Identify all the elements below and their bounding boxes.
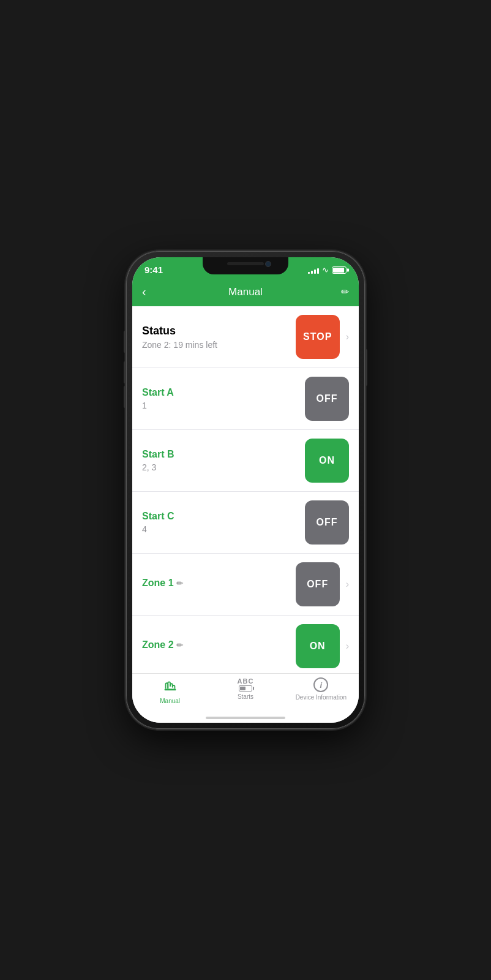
list-row-zone-1[interactable]: Zone 1✏OFF› bbox=[132, 554, 359, 616]
toggle-btn-status[interactable]: STOP bbox=[296, 315, 340, 359]
row-subtitle-start-b: 2, 3 bbox=[142, 462, 305, 472]
list-row-status[interactable]: StatusZone 2: 19 mins leftSTOP› bbox=[132, 306, 359, 368]
wifi-icon: ∿ bbox=[322, 265, 329, 274]
notch bbox=[203, 257, 288, 274]
list-section: StatusZone 2: 19 mins leftSTOP›Start A1O… bbox=[132, 306, 359, 673]
svg-rect-0 bbox=[164, 689, 176, 691]
edit-button[interactable]: ✏ bbox=[331, 286, 349, 298]
starts-icon: ABC bbox=[238, 677, 254, 692]
manual-icon bbox=[162, 677, 178, 696]
battery-fill bbox=[333, 268, 344, 273]
phone-screen: 9:41 ∿ ‹ Manual ✏ bbox=[132, 257, 359, 723]
row-title-status: Status bbox=[142, 325, 296, 337]
content-list: StatusZone 2: 19 mins leftSTOP›Start A1O… bbox=[132, 306, 359, 673]
row-title-start-b: Start B bbox=[142, 449, 305, 460]
chevron-zone-1: › bbox=[346, 579, 349, 590]
nav-bar: ‹ Manual ✏ bbox=[132, 279, 359, 306]
tab-bar: Manual ABC Starts i Device Information bbox=[132, 673, 359, 717]
toggle-btn-start-c[interactable]: OFF bbox=[305, 500, 349, 545]
home-indicator bbox=[132, 717, 359, 723]
list-row-start-b[interactable]: Start B2, 3ON bbox=[132, 430, 359, 492]
info-icon: i bbox=[313, 677, 328, 692]
back-button[interactable]: ‹ bbox=[142, 285, 160, 299]
status-time: 9:41 bbox=[144, 265, 163, 275]
tab-manual-label: Manual bbox=[160, 698, 180, 704]
row-subtitle-start-a: 1 bbox=[142, 401, 305, 410]
toggle-btn-start-a[interactable]: OFF bbox=[305, 377, 349, 421]
signal-icon bbox=[308, 266, 319, 274]
row-subtitle-start-c: 4 bbox=[142, 524, 305, 534]
toggle-btn-zone-2[interactable]: ON bbox=[296, 624, 340, 668]
nav-title: Manual bbox=[228, 286, 263, 298]
edit-icon-zone-1: ✏ bbox=[176, 579, 183, 588]
speaker bbox=[227, 262, 264, 265]
chevron-zone-2: › bbox=[346, 641, 349, 652]
tab-device-info[interactable]: i Device Information bbox=[283, 677, 359, 704]
row-title-start-c: Start C bbox=[142, 511, 305, 522]
status-icons: ∿ bbox=[308, 265, 347, 274]
phone-frame: 9:41 ∿ ‹ Manual ✏ bbox=[126, 251, 365, 729]
battery-icon bbox=[332, 266, 347, 274]
list-row-start-c[interactable]: Start C4OFF bbox=[132, 492, 359, 554]
list-row-start-a[interactable]: Start A1OFF bbox=[132, 368, 359, 430]
row-subtitle-status: Zone 2: 19 mins left bbox=[142, 340, 296, 350]
list-row-zone-2[interactable]: Zone 2✏ON› bbox=[132, 616, 359, 673]
toggle-btn-zone-1[interactable]: OFF bbox=[296, 562, 340, 606]
row-title-zone-2: Zone 2✏ bbox=[142, 639, 296, 650]
camera bbox=[265, 261, 271, 267]
tab-device-info-label: Device Information bbox=[296, 694, 347, 701]
chevron-status: › bbox=[346, 331, 349, 342]
row-title-start-a: Start A bbox=[142, 387, 305, 398]
toggle-btn-start-b[interactable]: ON bbox=[305, 439, 349, 483]
tab-manual[interactable]: Manual bbox=[132, 677, 208, 704]
tab-starts[interactable]: ABC Starts bbox=[208, 677, 283, 704]
edit-icon-zone-2: ✏ bbox=[176, 641, 183, 650]
tab-starts-label: Starts bbox=[238, 693, 253, 700]
home-bar bbox=[206, 717, 285, 719]
row-title-zone-1: Zone 1✏ bbox=[142, 578, 296, 589]
